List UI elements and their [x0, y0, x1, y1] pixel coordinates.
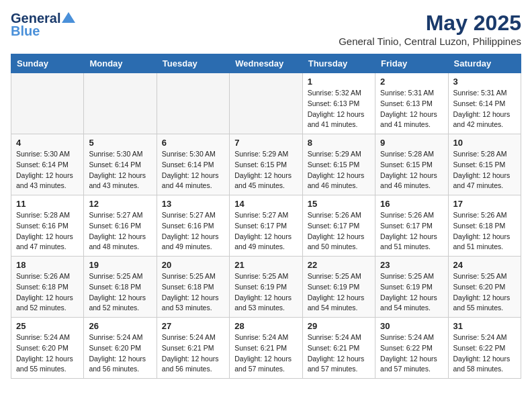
day-info: Sunrise: 5:31 AMSunset: 6:13 PMDaylight:…	[380, 88, 443, 130]
day-number: 29	[308, 321, 370, 331]
day-info: Sunrise: 5:24 AMSunset: 6:22 PMDaylight:…	[380, 332, 443, 375]
day-info: Sunrise: 5:27 AMSunset: 6:16 PMDaylight:…	[162, 210, 224, 253]
day-info: Sunrise: 5:25 AMSunset: 6:19 PMDaylight:…	[308, 271, 370, 314]
day-info: Sunrise: 5:25 AMSunset: 6:20 PMDaylight:…	[453, 271, 516, 314]
logo-blue: Blue	[11, 24, 40, 39]
calendar-cell: 20Sunrise: 5:25 AMSunset: 6:18 PMDayligh…	[157, 257, 229, 318]
day-number: 16	[380, 199, 443, 209]
page-header: General Blue May 2025 General Tinio, Cen…	[11, 11, 521, 47]
day-info: Sunrise: 5:30 AMSunset: 6:14 PMDaylight:…	[89, 149, 151, 191]
day-number: 15	[308, 199, 370, 209]
day-number: 5	[89, 138, 151, 148]
day-number: 26	[89, 321, 151, 331]
day-info: Sunrise: 5:26 AMSunset: 6:18 PMDaylight:…	[453, 210, 516, 253]
calendar-cell: 14Sunrise: 5:27 AMSunset: 6:17 PMDayligh…	[230, 195, 302, 257]
day-info: Sunrise: 5:24 AMSunset: 6:21 PMDaylight:…	[234, 332, 297, 375]
day-info: Sunrise: 5:26 AMSunset: 6:17 PMDaylight:…	[380, 210, 443, 253]
day-number: 13	[162, 199, 224, 209]
day-info: Sunrise: 5:30 AMSunset: 6:14 PMDaylight:…	[162, 149, 224, 191]
svg-marker-0	[62, 12, 75, 23]
day-number: 6	[162, 138, 224, 148]
subtitle: General Tinio, Central Luzon, Philippine…	[339, 36, 521, 47]
col-header-saturday: Saturday	[448, 54, 521, 73]
calendar-cell: 7Sunrise: 5:29 AMSunset: 6:15 PMDaylight…	[230, 134, 302, 195]
calendar-cell: 6Sunrise: 5:30 AMSunset: 6:14 PMDaylight…	[157, 134, 229, 195]
day-number: 21	[234, 260, 297, 270]
day-number: 4	[16, 138, 79, 148]
calendar-cell: 11Sunrise: 5:28 AMSunset: 6:16 PMDayligh…	[11, 195, 84, 257]
calendar-cell: 18Sunrise: 5:26 AMSunset: 6:18 PMDayligh…	[11, 257, 84, 318]
calendar-cell: 4Sunrise: 5:30 AMSunset: 6:14 PMDaylight…	[11, 134, 84, 195]
calendar-cell: 22Sunrise: 5:25 AMSunset: 6:19 PMDayligh…	[302, 257, 375, 318]
day-number: 2	[380, 77, 443, 87]
calendar-cell: 15Sunrise: 5:26 AMSunset: 6:17 PMDayligh…	[302, 195, 375, 257]
day-info: Sunrise: 5:29 AMSunset: 6:15 PMDaylight:…	[234, 149, 297, 191]
day-info: Sunrise: 5:29 AMSunset: 6:15 PMDaylight:…	[308, 149, 370, 191]
col-header-tuesday: Tuesday	[157, 54, 229, 73]
calendar-cell: 29Sunrise: 5:24 AMSunset: 6:21 PMDayligh…	[302, 318, 375, 379]
day-info: Sunrise: 5:28 AMSunset: 6:15 PMDaylight:…	[380, 149, 443, 191]
calendar-cell: 2Sunrise: 5:31 AMSunset: 6:13 PMDaylight…	[375, 73, 448, 134]
day-number: 24	[453, 260, 516, 270]
day-info: Sunrise: 5:28 AMSunset: 6:15 PMDaylight:…	[453, 149, 516, 191]
day-number: 31	[453, 321, 516, 331]
calendar-cell: 9Sunrise: 5:28 AMSunset: 6:15 PMDaylight…	[375, 134, 448, 195]
calendar-cell: 1Sunrise: 5:32 AMSunset: 6:13 PMDaylight…	[302, 73, 375, 134]
day-number: 17	[453, 199, 516, 209]
calendar-cell: 10Sunrise: 5:28 AMSunset: 6:15 PMDayligh…	[448, 134, 521, 195]
col-header-friday: Friday	[375, 54, 448, 73]
day-number: 28	[234, 321, 297, 331]
calendar-cell: 8Sunrise: 5:29 AMSunset: 6:15 PMDaylight…	[302, 134, 375, 195]
day-info: Sunrise: 5:25 AMSunset: 6:18 PMDaylight:…	[162, 271, 224, 314]
day-info: Sunrise: 5:24 AMSunset: 6:22 PMDaylight:…	[453, 332, 516, 375]
day-number: 8	[308, 138, 370, 148]
day-number: 7	[234, 138, 297, 148]
day-number: 1	[308, 77, 370, 87]
day-info: Sunrise: 5:30 AMSunset: 6:14 PMDaylight:…	[16, 149, 79, 191]
day-number: 25	[16, 321, 79, 331]
col-header-wednesday: Wednesday	[230, 54, 302, 73]
day-info: Sunrise: 5:28 AMSunset: 6:16 PMDaylight:…	[16, 210, 79, 253]
day-info: Sunrise: 5:24 AMSunset: 6:20 PMDaylight:…	[89, 332, 151, 375]
day-info: Sunrise: 5:24 AMSunset: 6:20 PMDaylight:…	[16, 332, 79, 375]
calendar-cell: 13Sunrise: 5:27 AMSunset: 6:16 PMDayligh…	[157, 195, 229, 257]
calendar-cell	[11, 73, 84, 134]
day-number: 3	[453, 77, 516, 87]
day-number: 30	[380, 321, 443, 331]
calendar-cell	[230, 73, 302, 134]
calendar-cell: 31Sunrise: 5:24 AMSunset: 6:22 PMDayligh…	[448, 318, 521, 379]
day-number: 10	[453, 138, 516, 148]
day-number: 12	[89, 199, 151, 209]
day-info: Sunrise: 5:25 AMSunset: 6:19 PMDaylight:…	[380, 271, 443, 314]
day-info: Sunrise: 5:24 AMSunset: 6:21 PMDaylight:…	[162, 332, 224, 375]
main-title: May 2025	[339, 11, 521, 36]
calendar-cell: 27Sunrise: 5:24 AMSunset: 6:21 PMDayligh…	[157, 318, 229, 379]
day-info: Sunrise: 5:27 AMSunset: 6:17 PMDaylight:…	[234, 210, 297, 253]
logo-icon	[62, 12, 75, 23]
day-info: Sunrise: 5:24 AMSunset: 6:21 PMDaylight:…	[308, 332, 370, 375]
day-info: Sunrise: 5:27 AMSunset: 6:16 PMDaylight:…	[89, 210, 151, 253]
day-info: Sunrise: 5:32 AMSunset: 6:13 PMDaylight:…	[308, 88, 370, 130]
col-header-thursday: Thursday	[302, 54, 375, 73]
day-info: Sunrise: 5:25 AMSunset: 6:18 PMDaylight:…	[89, 271, 151, 314]
logo: General Blue	[11, 11, 75, 39]
day-number: 9	[380, 138, 443, 148]
calendar-cell	[84, 73, 157, 134]
calendar-cell: 24Sunrise: 5:25 AMSunset: 6:20 PMDayligh…	[448, 257, 521, 318]
calendar-cell: 5Sunrise: 5:30 AMSunset: 6:14 PMDaylight…	[84, 134, 157, 195]
calendar-cell: 25Sunrise: 5:24 AMSunset: 6:20 PMDayligh…	[11, 318, 84, 379]
calendar-cell: 21Sunrise: 5:25 AMSunset: 6:19 PMDayligh…	[230, 257, 302, 318]
col-header-sunday: Sunday	[11, 54, 84, 73]
day-number: 18	[16, 260, 79, 270]
calendar-cell: 28Sunrise: 5:24 AMSunset: 6:21 PMDayligh…	[230, 318, 302, 379]
day-number: 20	[162, 260, 224, 270]
calendar-cell: 19Sunrise: 5:25 AMSunset: 6:18 PMDayligh…	[84, 257, 157, 318]
day-number: 19	[89, 260, 151, 270]
calendar-cell: 3Sunrise: 5:31 AMSunset: 6:14 PMDaylight…	[448, 73, 521, 134]
day-info: Sunrise: 5:26 AMSunset: 6:18 PMDaylight:…	[16, 271, 79, 314]
calendar-cell: 17Sunrise: 5:26 AMSunset: 6:18 PMDayligh…	[448, 195, 521, 257]
day-number: 11	[16, 199, 79, 209]
calendar-cell: 12Sunrise: 5:27 AMSunset: 6:16 PMDayligh…	[84, 195, 157, 257]
calendar-cell: 16Sunrise: 5:26 AMSunset: 6:17 PMDayligh…	[375, 195, 448, 257]
calendar-cell: 30Sunrise: 5:24 AMSunset: 6:22 PMDayligh…	[375, 318, 448, 379]
